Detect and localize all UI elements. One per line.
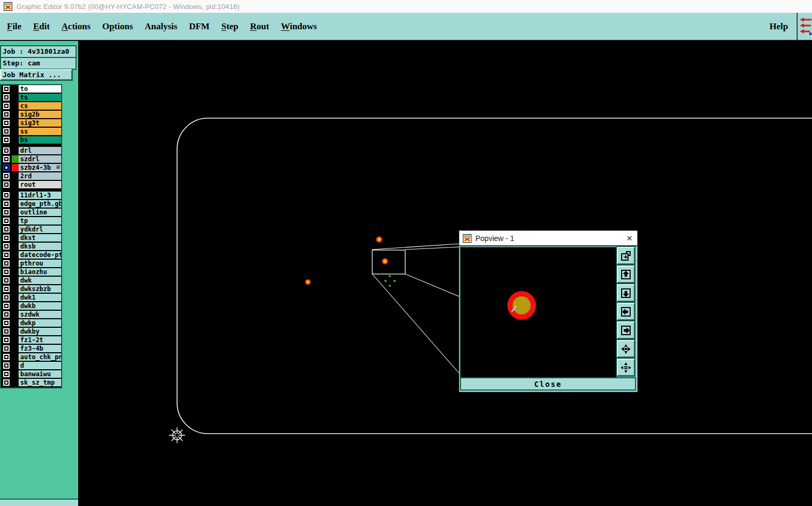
- layer-row-dwkp[interactable]: dwkp: [1, 319, 61, 328]
- menu-edit[interactable]: Edit: [27, 21, 55, 32]
- layer-visibility-checkbox[interactable]: [3, 94, 10, 101]
- pan-left-icon[interactable]: [617, 303, 635, 320]
- layer-color-swatch[interactable]: [12, 226, 19, 233]
- layer-row-dwkby[interactable]: dwkby: [1, 328, 61, 336]
- layer-visibility-checkbox[interactable]: [3, 286, 10, 292]
- layer-row-dwk[interactable]: dwk: [1, 277, 61, 285]
- layer-visibility-checkbox[interactable]: [3, 226, 10, 233]
- layer-color-swatch[interactable]: [12, 277, 19, 284]
- layer-row-biaozhu[interactable]: biaozhu: [1, 268, 61, 277]
- layer-visibility-checkbox[interactable]: [3, 303, 10, 309]
- layer-visibility-checkbox[interactable]: [3, 111, 10, 118]
- layer-color-swatch[interactable]: [12, 119, 19, 127]
- layer-visibility-checkbox[interactable]: [3, 120, 10, 126]
- layer-row-cs[interactable]: cs: [1, 102, 61, 111]
- layer-visibility-checkbox[interactable]: [3, 243, 10, 250]
- layer-visibility-checkbox[interactable]: [3, 103, 10, 109]
- arrows-in-icon[interactable]: [617, 340, 635, 358]
- layer-row-sig3t[interactable]: sig3t: [1, 119, 61, 128]
- layer-visibility-checkbox[interactable]: [3, 235, 10, 241]
- layer-color-swatch[interactable]: [12, 181, 19, 188]
- layer-color-swatch[interactable]: [12, 217, 19, 225]
- layer-visibility-checkbox[interactable]: [3, 201, 10, 207]
- menu-options[interactable]: Options: [96, 21, 139, 32]
- layer-row-outline[interactable]: outline: [1, 209, 61, 217]
- main-canvas[interactable]: [78, 41, 812, 506]
- layer-row-ts[interactable]: ts: [1, 94, 61, 102]
- layer-color-swatch[interactable]: [12, 209, 19, 216]
- layer-color-swatch[interactable]: [12, 370, 19, 378]
- layer-row-edge_pth.gbr[interactable]: edge_pth.gbr: [1, 200, 61, 209]
- layer-row-rout[interactable]: rout: [1, 181, 61, 189]
- layer-color-swatch[interactable]: [12, 319, 19, 327]
- menu-file[interactable]: File: [1, 21, 27, 32]
- popview-titlebar[interactable]: Popview - 1 ×: [459, 231, 637, 245]
- layer-row-to[interactable]: to: [1, 85, 61, 94]
- layer-color-swatch[interactable]: [12, 111, 19, 118]
- layer-color-swatch[interactable]: [12, 94, 19, 101]
- layer-row-2rd[interactable]: 2rd: [1, 172, 61, 181]
- layer-color-swatch[interactable]: [12, 336, 19, 344]
- layer-visibility-checkbox[interactable]: [3, 137, 10, 143]
- layer-visibility-checkbox[interactable]: [3, 311, 10, 318]
- layer-color-swatch[interactable]: [12, 200, 19, 208]
- layer-color-swatch[interactable]: [12, 268, 19, 276]
- arrows-out-icon[interactable]: [617, 359, 635, 376]
- layer-visibility-checkbox[interactable]: [3, 173, 10, 179]
- layer-color-swatch[interactable]: [12, 302, 19, 310]
- fast-panel[interactable]: [797, 13, 812, 40]
- layer-row-sk_sz_tmp[interactable]: sk_sz_tmp: [1, 379, 61, 387]
- layer-color-swatch[interactable]: [12, 172, 19, 180]
- layer-color-swatch[interactable]: [12, 379, 19, 386]
- layer-row-dkst[interactable]: dkst: [1, 234, 61, 243]
- layer-visibility-checkbox[interactable]: [3, 362, 10, 369]
- layer-visibility-checkbox[interactable]: [3, 181, 10, 188]
- close-icon[interactable]: ×: [626, 231, 632, 245]
- layer-color-swatch[interactable]: [12, 328, 19, 335]
- layer-color-swatch[interactable]: [12, 192, 19, 199]
- menu-rout[interactable]: Rout: [244, 21, 275, 32]
- layer-row-szdrl[interactable]: szdrl: [1, 155, 61, 164]
- pan-up-icon[interactable]: [617, 266, 635, 283]
- layer-color-swatch[interactable]: [12, 85, 19, 93]
- layer-color-swatch[interactable]: [12, 285, 19, 293]
- layer-row-datecode-pth[interactable]: datecode-pth: [1, 251, 61, 260]
- layer-color-swatch[interactable]: [12, 311, 19, 318]
- pan-right-icon[interactable]: [617, 321, 635, 339]
- layer-visibility-checkbox[interactable]: [3, 328, 10, 335]
- layer-visibility-checkbox[interactable]: [3, 337, 10, 343]
- layer-row-bs[interactable]: bs: [1, 136, 61, 145]
- layer-visibility-checkbox[interactable]: [3, 260, 10, 267]
- layer-color-swatch[interactable]: [12, 294, 19, 301]
- menu-actions[interactable]: Actions: [56, 21, 97, 32]
- layer-visibility-checkbox[interactable]: [3, 128, 10, 135]
- layer-color-swatch[interactable]: [12, 147, 19, 154]
- layer-row-szdwk[interactable]: szdwk: [1, 311, 61, 319]
- layer-color-swatch[interactable]: [12, 102, 19, 110]
- layer-row-11drl1-3[interactable]: 11drl1-3: [1, 192, 61, 200]
- layer-color-swatch[interactable]: [12, 251, 19, 259]
- menu-windows[interactable]: Windows: [275, 21, 323, 32]
- layer-visibility-checkbox[interactable]: [3, 345, 10, 352]
- layer-row-auto_chk_pnl[interactable]: auto_chk_pnl: [1, 353, 61, 362]
- menu-dfm[interactable]: DFM: [183, 21, 215, 32]
- layer-visibility-checkbox[interactable]: [3, 269, 10, 275]
- layer-visibility-checkbox[interactable]: [3, 86, 10, 92]
- layer-visibility-checkbox[interactable]: [3, 164, 10, 171]
- layer-row-dwk1[interactable]: dwk1: [1, 294, 61, 302]
- popview-duplicate-icon[interactable]: [617, 247, 635, 264]
- job-matrix-button[interactable]: Job Matrix ...: [0, 69, 72, 80]
- menu-step[interactable]: Step: [215, 21, 244, 32]
- layer-row-d[interactable]: d: [1, 362, 61, 370]
- layer-visibility-checkbox[interactable]: [3, 379, 10, 386]
- layer-row-szbz4-3b[interactable]: szbz4-3b⊞: [1, 164, 61, 172]
- layer-color-swatch[interactable]: [12, 128, 19, 135]
- layer-color-swatch[interactable]: [12, 345, 19, 352]
- layer-color-swatch[interactable]: [12, 353, 19, 361]
- layer-row-fz1-2t[interactable]: fz1-2t: [1, 336, 61, 345]
- layer-visibility-checkbox[interactable]: [3, 218, 10, 224]
- popview-close-button[interactable]: Close: [460, 377, 636, 391]
- layer-visibility-checkbox[interactable]: [3, 294, 10, 301]
- layer-visibility-checkbox[interactable]: [3, 209, 10, 215]
- layer-visibility-checkbox[interactable]: [3, 371, 10, 377]
